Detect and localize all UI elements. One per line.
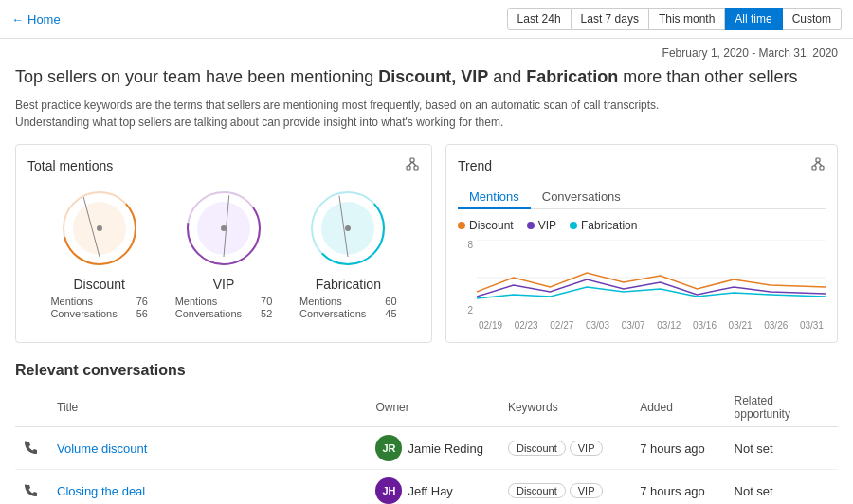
headline-keyword2: VIP [456, 67, 488, 86]
x-label-0307: 03/07 [622, 320, 645, 331]
legend-dot-fabrication [570, 222, 577, 229]
table-row: Closing the dealJHJeff HayDiscountVIP7 h… [15, 470, 838, 504]
th-icon [15, 388, 47, 427]
trend-legend: Discount VIP Fabrication [458, 219, 826, 232]
legend-label-vip: VIP [538, 219, 556, 232]
trend-title: Trend [458, 158, 492, 173]
filter-last24h[interactable]: Last 24h [507, 8, 572, 30]
svg-rect-0 [407, 166, 410, 170]
total-mentions-title: Total mentions [27, 158, 113, 173]
x-label-0303: 03/03 [586, 320, 609, 331]
row-added: 7 hours ago [630, 427, 724, 470]
main-content: February 1, 2020 - March 31, 2020 Top se… [0, 39, 853, 504]
description-line1: Best practice keywords are the terms tha… [15, 97, 838, 114]
y-label-8: 8 [467, 240, 473, 250]
row-keywords: DiscountVIP [499, 470, 630, 504]
fabrication-stats: Mentions60 Conversations45 [299, 296, 397, 319]
headline-prefix: Top sellers on your team have been menti… [15, 67, 378, 86]
svg-line-4 [412, 162, 416, 166]
circle-vip: VIP Mentions70 Conversations52 [175, 186, 273, 319]
row-owner: JRJamie Reding [366, 427, 499, 470]
row-opportunity: Not set [725, 470, 838, 504]
back-arrow-icon: ← [11, 12, 24, 27]
th-title: Title [47, 388, 366, 427]
row-phone-icon [15, 427, 47, 470]
svg-rect-14 [812, 166, 816, 170]
th-opportunity: Related opportunity [725, 388, 838, 427]
filter-custom[interactable]: Custom [783, 8, 842, 30]
x-axis-labels: 02/19 02/23 02/27 03/03 03/07 03/12 03/1… [477, 320, 826, 331]
legend-vip: VIP [527, 219, 556, 232]
share-icon-trend[interactable] [810, 156, 826, 174]
table-header-row: Title Owner Keywords Added Related oppor… [15, 388, 838, 427]
svg-rect-2 [410, 158, 414, 162]
legend-fabrication: Fabrication [570, 219, 637, 232]
relevant-conversations-title: Relevant conversations [15, 362, 838, 379]
svg-rect-16 [816, 158, 820, 162]
top-nav: ← Home Last 24h Last 7 days This month A… [0, 0, 853, 39]
filter-alltime[interactable]: All time [725, 8, 782, 30]
tab-conversations[interactable]: Conversations [531, 186, 632, 209]
keyword-badge: VIP [570, 441, 604, 456]
x-label-0219: 02/19 [479, 320, 502, 331]
chart-container: 8 2 [458, 240, 826, 331]
headline: Top sellers on your team have been menti… [15, 65, 838, 89]
row-title[interactable]: Volume discount [47, 427, 366, 470]
panels-row: Total mentions [15, 144, 838, 343]
date-range: February 1, 2020 - March 31, 2020 [15, 46, 838, 60]
trend-panel: Trend Mentions Conversations Discount VI… [445, 144, 838, 343]
trend-tabs: Mentions Conversations [458, 186, 826, 209]
fabrication-label: Fabrication [316, 277, 381, 292]
home-link[interactable]: ← Home [11, 12, 61, 27]
trend-chart [477, 240, 826, 315]
description-line2: Understanding what top sellers are talki… [15, 114, 838, 131]
row-title[interactable]: Closing the deal [47, 470, 366, 504]
vip-stats: Mentions70 Conversations52 [175, 296, 273, 319]
chart-svg-area: 02/19 02/23 02/27 03/03 03/07 03/12 03/1… [477, 240, 826, 331]
svg-line-18 [818, 162, 822, 166]
keyword-badge: Discount [508, 483, 566, 498]
svg-rect-1 [414, 166, 418, 170]
circle-fabrication: Fabrication Mentions60 Conversations45 [299, 186, 397, 319]
svg-rect-15 [820, 166, 824, 170]
legend-label-discount: Discount [469, 219, 514, 232]
x-label-0223: 02/23 [515, 320, 538, 331]
circle-fabrication-wrap [305, 186, 390, 271]
circle-discount: Discount Mentions76 Conversations56 [50, 186, 148, 319]
x-label-0312: 03/12 [657, 320, 681, 331]
filter-last7days[interactable]: Last 7 days [572, 8, 649, 30]
row-owner: JHJeff Hay [366, 470, 499, 504]
circle-vip-wrap [181, 186, 266, 271]
x-label-0316: 03/16 [693, 320, 717, 331]
circles-row: Discount Mentions76 Conversations56 [27, 186, 420, 319]
th-added: Added [630, 388, 724, 427]
x-label-0321: 03/21 [729, 320, 753, 331]
headline-keyword1: Discount, [378, 67, 456, 86]
panel-header-trend: Trend [458, 156, 826, 174]
x-label-0326: 03/26 [764, 320, 788, 331]
discount-stats: Mentions76 Conversations56 [50, 296, 148, 319]
headline-keyword3: Fabrication [526, 67, 618, 86]
circle-discount-wrap [57, 186, 142, 271]
share-icon-total[interactable] [405, 156, 420, 174]
legend-dot-discount [458, 222, 465, 229]
svg-line-17 [814, 162, 818, 166]
total-mentions-panel: Total mentions [15, 144, 432, 343]
th-owner: Owner [366, 388, 499, 427]
tab-mentions[interactable]: Mentions [458, 186, 531, 209]
filter-thismonth[interactable]: This month [649, 8, 725, 30]
row-keywords: DiscountVIP [499, 427, 630, 470]
x-label-0331: 03/31 [800, 320, 824, 331]
row-opportunity: Not set [725, 427, 838, 470]
row-added: 7 hours ago [630, 470, 724, 504]
keyword-badge: Discount [508, 441, 566, 456]
legend-discount: Discount [458, 219, 514, 232]
table-head: Title Owner Keywords Added Related oppor… [15, 388, 838, 427]
legend-label-fabrication: Fabrication [581, 219, 637, 232]
row-phone-icon [15, 470, 47, 504]
x-label-0227: 02/27 [550, 320, 573, 331]
y-label-2: 2 [467, 305, 473, 315]
discount-label: Discount [73, 277, 124, 292]
description: Best practice keywords are the terms tha… [15, 97, 838, 131]
legend-dot-vip [527, 222, 535, 229]
